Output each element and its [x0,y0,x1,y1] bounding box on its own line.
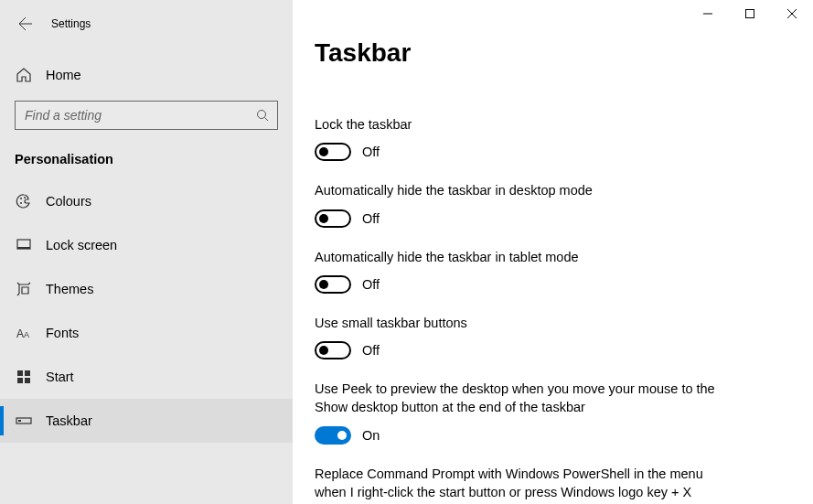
svg-rect-6 [17,247,30,249]
svg-point-2 [20,198,22,199]
maximize-button[interactable] [729,0,771,27]
svg-line-1 [265,118,269,122]
toggle-peek[interactable] [315,426,351,445]
home-nav[interactable]: Home [0,57,293,93]
toggle-auto-hide-desktop[interactable] [315,209,351,228]
search-input[interactable] [16,108,277,123]
setting-powershell: Replace Command Prompt with Windows Powe… [315,465,717,502]
setting-label: Automatically hide the taskbar in deskto… [315,181,717,199]
search-box[interactable] [15,101,278,130]
toggle-small-buttons[interactable] [315,341,351,359]
sidebar-top-row: Settings [0,7,293,40]
lock-screen-icon [15,236,33,254]
sidebar-item-colours[interactable]: Colours [0,179,293,223]
toggle-lock-taskbar[interactable] [315,143,351,161]
sidebar-item-themes[interactable]: Themes [0,267,293,311]
setting-label: Lock the taskbar [315,115,717,134]
home-label: Home [46,68,81,82]
svg-rect-16 [746,10,754,18]
sidebar-item-label: Start [46,370,74,384]
svg-point-0 [258,111,266,119]
sidebar-item-label: Lock screen [46,238,117,252]
setting-label: Automatically hide the taskbar in tablet… [315,248,717,266]
svg-text:A: A [16,327,24,340]
toggle-state-text: Off [362,211,380,226]
sidebar-item-label: Fonts [46,326,79,340]
svg-rect-14 [18,420,21,422]
svg-rect-9 [17,370,23,376]
main-content: Taskbar Lock the taskbar Off Automatical… [293,0,813,504]
toggle-state-text: Off [362,145,380,159]
minimize-icon [703,9,712,18]
window-title: Settings [51,17,91,30]
svg-rect-11 [17,378,23,383]
sidebar-item-label: Taskbar [46,413,92,428]
toggle-state-text: On [362,428,380,443]
setting-lock-taskbar: Lock the taskbar Off [315,115,717,161]
setting-auto-hide-desktop: Automatically hide the taskbar in deskto… [315,181,717,227]
sidebar-item-taskbar[interactable]: Taskbar [0,399,293,443]
search-icon [255,108,270,123]
svg-point-4 [24,197,26,198]
start-icon [15,368,33,386]
toggle-auto-hide-tablet[interactable] [315,275,351,294]
setting-auto-hide-tablet: Automatically hide the taskbar in tablet… [315,248,717,294]
maximize-icon [745,9,754,18]
titlebar-buttons [687,0,813,27]
setting-label: Use small taskbar buttons [315,314,717,332]
sidebar-item-label: Themes [46,282,93,296]
toggle-state-text: Off [362,343,380,358]
back-button[interactable] [15,13,37,35]
sidebar-item-label: Colours [46,194,91,209]
sidebar-item-start[interactable]: Start [0,355,293,399]
setting-peek: Use Peek to preview the desktop when you… [315,380,717,445]
sidebar-item-lock-screen[interactable]: Lock screen [0,223,293,267]
sidebar: Settings Home Personalisation Colours Lo… [0,0,293,504]
page-heading: Taskbar [315,38,791,68]
sidebar-item-fonts[interactable]: AA Fonts [0,311,293,355]
taskbar-icon [15,412,33,430]
svg-rect-12 [25,378,30,383]
close-button[interactable] [771,0,813,27]
themes-icon [15,280,33,298]
setting-small-buttons: Use small taskbar buttons Off [315,314,717,359]
setting-label: Replace Command Prompt with Windows Powe… [315,465,717,502]
fonts-icon: AA [15,324,33,342]
svg-rect-10 [25,370,30,376]
palette-icon [15,192,33,210]
svg-point-3 [20,202,22,204]
minimize-button[interactable] [687,0,729,27]
home-icon [15,66,33,84]
category-title: Personalisation [0,130,293,179]
close-icon [787,9,797,18]
setting-label: Use Peek to preview the desktop when you… [315,380,717,417]
svg-text:A: A [24,330,29,339]
back-icon [18,16,33,31]
toggle-state-text: Off [362,277,380,292]
